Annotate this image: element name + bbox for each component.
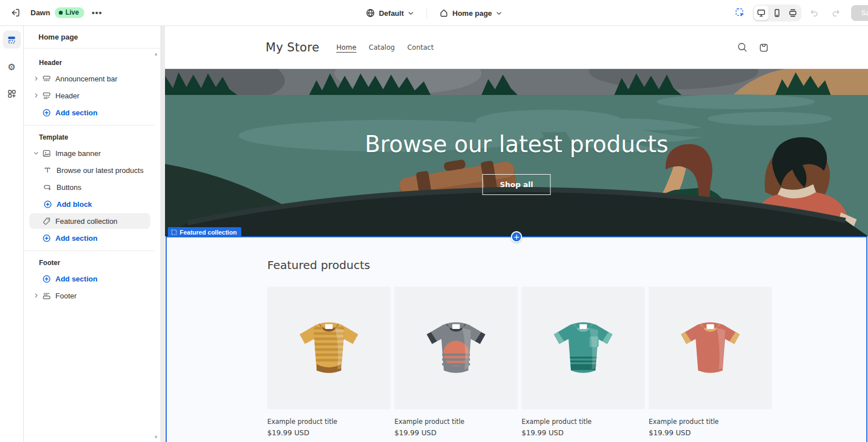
section-selection-badge[interactable]: Featured collection	[168, 227, 241, 237]
ellipsis-icon: •••	[92, 8, 102, 18]
section-row-announcement-bar[interactable]: Announcement bar	[29, 71, 150, 86]
product-title[interactable]: Example product title	[649, 418, 772, 426]
live-dot-icon	[59, 11, 63, 15]
collection-tag-icon	[42, 216, 51, 226]
image-icon	[42, 149, 51, 158]
save-button[interactable]: Save	[851, 5, 868, 21]
sections-panel-button[interactable]	[3, 31, 21, 49]
product-price: $19.99 USD	[394, 428, 518, 437]
product-card[interactable]: Example product title $19.99 USD	[649, 287, 772, 437]
add-section-button-template[interactable]: Add section	[29, 230, 150, 246]
section-row-image-banner[interactable]: Image banner	[29, 145, 150, 161]
group-label-template: Template	[24, 129, 155, 145]
section-row-footer[interactable]: Footer	[29, 288, 150, 304]
locale-selector[interactable]: Default	[361, 5, 418, 21]
page-selector[interactable]: Home page	[435, 5, 506, 21]
product-card[interactable]: Example product title $19.99 USD	[522, 287, 645, 437]
tshirt-teal-pocket-illustration	[546, 311, 620, 385]
app-embeds-button[interactable]	[3, 85, 21, 103]
editor-topbar: Dawn Live ••• Default	[0, 0, 868, 26]
inspect-sections-button[interactable]	[731, 5, 748, 21]
topbar-divider	[426, 7, 427, 19]
editor-rail: ⚙	[0, 26, 24, 442]
desktop-preview-button[interactable]	[754, 6, 769, 20]
chevron-right-icon[interactable]	[32, 293, 41, 298]
add-section-button-header[interactable]: Add section	[29, 105, 150, 120]
redo-icon	[831, 8, 840, 18]
theme-preview: My Store Home Catalog Contact	[165, 26, 868, 442]
product-image	[267, 287, 390, 409]
sections-icon	[7, 35, 16, 45]
add-block-button[interactable]: Add block	[42, 196, 150, 212]
desktop-icon	[757, 8, 766, 18]
product-image	[522, 287, 645, 409]
sections-sidebar: Home page Header Announcement bar	[24, 26, 161, 442]
store-logo[interactable]: My Store	[266, 41, 319, 54]
fullscreen-preview-button[interactable]	[785, 6, 800, 20]
theme-name: Dawn	[31, 8, 50, 17]
text-icon	[43, 166, 52, 175]
group-divider	[24, 250, 155, 251]
section-row-featured-collection[interactable]: Featured collection	[29, 213, 150, 229]
shop-all-button[interactable]: Shop all	[482, 174, 550, 195]
live-status-badge: Live	[55, 7, 84, 18]
add-circle-icon	[42, 274, 51, 283]
chevron-right-icon[interactable]	[32, 93, 41, 98]
block-row-heading[interactable]: Browse our latest products	[42, 162, 150, 178]
nav-link-catalog[interactable]: Catalog	[369, 44, 395, 51]
group-divider	[24, 125, 155, 125]
announcement-bar-icon	[42, 74, 51, 83]
add-circle-icon	[43, 200, 52, 209]
scroll-down-icon[interactable]: ▼	[154, 435, 158, 440]
fullscreen-icon	[788, 8, 797, 18]
product-title[interactable]: Example product title	[394, 418, 518, 426]
product-grid: Example product title $19.99 USD	[267, 287, 866, 437]
add-section-inline-button[interactable]: +	[511, 231, 522, 242]
add-section-button-footer[interactable]: Add section	[29, 271, 150, 287]
featured-products-heading[interactable]: Featured products	[167, 237, 866, 272]
tshirt-gray-sunset-illustration	[419, 311, 493, 385]
chevron-down-icon[interactable]	[32, 150, 41, 156]
add-circle-icon	[42, 108, 51, 117]
image-banner-section[interactable]: Browse our latest products Shop all	[165, 69, 868, 236]
block-row-buttons[interactable]: Buttons	[42, 179, 150, 195]
scroll-up-icon[interactable]: ▲	[154, 52, 158, 57]
product-title[interactable]: Example product title	[267, 418, 390, 426]
more-options-button[interactable]: •••	[89, 5, 106, 21]
theme-settings-button[interactable]: ⚙	[3, 58, 21, 76]
buttons-icon	[43, 183, 52, 192]
featured-collection-section[interactable]: Featured collection + Featured products	[166, 236, 867, 442]
section-row-header[interactable]: Header	[29, 88, 150, 103]
product-title[interactable]: Example product title	[522, 418, 645, 426]
footer-section-icon	[42, 291, 51, 300]
nav-link-home[interactable]: Home	[336, 44, 356, 51]
mobile-icon	[772, 8, 782, 18]
chevron-right-icon[interactable]	[32, 76, 41, 81]
undo-button[interactable]	[806, 5, 823, 21]
product-image	[649, 287, 772, 409]
sidebar-scrollbar[interactable]: ▲ ▼	[153, 51, 159, 441]
exit-icon	[11, 8, 20, 18]
exit-editor-button[interactable]	[7, 5, 24, 21]
product-card[interactable]: Example product title $19.99 USD	[394, 287, 518, 437]
apps-icon	[7, 89, 16, 98]
store-header: My Store Home Catalog Contact	[165, 26, 868, 69]
sidebar-page-title: Home page	[24, 26, 160, 49]
product-card[interactable]: Example product title $19.99 USD	[267, 287, 390, 437]
home-icon	[439, 8, 448, 18]
product-price: $19.99 USD	[267, 428, 390, 437]
nav-link-contact[interactable]: Contact	[407, 44, 434, 51]
product-price: $19.99 USD	[649, 428, 772, 437]
cart-bag-icon[interactable]	[757, 41, 770, 54]
device-preview-switcher	[753, 5, 801, 21]
banner-heading[interactable]: Browse our latest products	[165, 131, 868, 157]
tshirt-coral-ringer-illustration	[673, 311, 748, 385]
search-icon[interactable]	[736, 41, 748, 54]
panel-preview-gutter	[161, 26, 165, 442]
group-label-header: Header	[24, 54, 155, 71]
mobile-preview-button[interactable]	[770, 6, 784, 20]
product-image	[394, 287, 518, 409]
redo-button[interactable]	[827, 5, 844, 21]
header-section-icon	[42, 91, 51, 100]
store-nav: Home Catalog Contact	[336, 44, 433, 51]
